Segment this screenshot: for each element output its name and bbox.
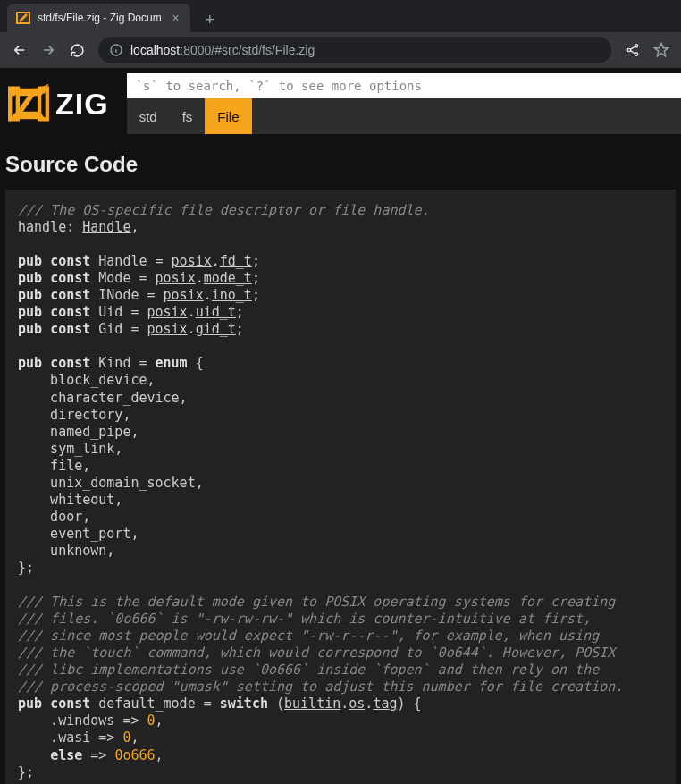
breadcrumb: std fs File [127,98,681,134]
svg-line-7 [630,46,635,49]
url-bar[interactable]: localhost:8000/#src/std/fs/File.zig [98,37,611,63]
bookmark-icon[interactable] [649,38,674,63]
link-mode_t[interactable]: mode_t [204,270,252,286]
new-tab-button[interactable]: + [198,7,223,32]
link-tag[interactable]: tag [373,695,397,712]
site-info-icon[interactable] [109,43,123,57]
link-handle[interactable]: Handle [82,219,130,235]
zig-logo[interactable]: ZIG [5,73,109,134]
close-icon[interactable]: × [169,11,183,25]
link-ino_t[interactable]: ino_t [212,287,252,303]
link-posix[interactable]: posix [172,253,212,269]
tab-favicon-icon [16,11,30,25]
link-posix[interactable]: posix [164,287,204,303]
link-posix[interactable]: posix [147,321,188,337]
page-header: ZIG std fs File [0,68,681,134]
breadcrumb-fs[interactable]: fs [170,98,206,134]
link-posix[interactable]: posix [156,270,196,286]
tab-title: std/fs/File.zig - Zig Docum [38,12,162,24]
link-posix[interactable]: posix [147,304,188,320]
source-code: /// The OS-specific file descriptor or f… [5,190,676,784]
breadcrumb-file[interactable]: File [205,98,251,134]
back-button[interactable] [7,38,32,63]
link-os[interactable]: os [349,695,365,712]
logo-text: ZIG [55,87,109,122]
link-fd_t[interactable]: fd_t [220,253,252,269]
share-icon[interactable] [620,38,645,63]
browser-nav-bar: localhost:8000/#src/std/fs/File.zig [0,32,681,68]
browser-tab[interactable]: std/fs/File.zig - Zig Docum × [7,4,190,32]
link-gid_t[interactable]: gid_t [196,321,236,337]
reload-button[interactable] [64,38,89,63]
forward-button[interactable] [36,38,61,63]
link-builtin[interactable]: builtin [284,695,340,712]
section-title: Source Code [5,152,676,177]
link-uid_t[interactable]: uid_t [196,304,236,320]
svg-line-8 [630,51,635,54]
breadcrumb-std[interactable]: std [127,98,170,134]
url-text: localhost:8000/#src/std/fs/File.zig [130,43,315,57]
browser-tab-bar: std/fs/File.zig - Zig Docum × + [0,0,681,32]
search-input[interactable] [127,73,681,98]
page-content: ZIG std fs File Source Code /// The OS-s… [0,68,681,784]
zig-logo-icon [5,83,52,124]
